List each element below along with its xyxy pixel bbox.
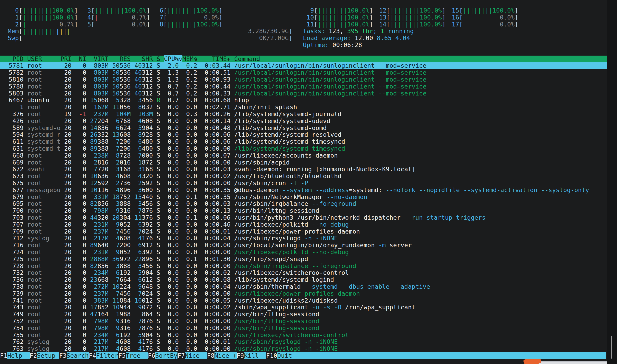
cpu-meter-2: 2[| 0.7%] [4, 21, 78, 28]
function-key-bar: F1Help F2Setup F3SearchF4FilterF5Tree F6… [0, 352, 606, 359]
fkey-sortby[interactable]: F6 [148, 352, 155, 359]
fkey-label-nice-[interactable]: Nice + [215, 352, 237, 359]
background-window-fragment [538, 361, 607, 364]
swap-meter: Swp[ 0K/2.00G] [4, 35, 292, 42]
process-row-728[interactable]: 728 root 20 0 82856 3888 3456 S 0.0 0.0 … [0, 263, 607, 270]
fkey-help[interactable]: F1 [0, 352, 7, 359]
process-row-673[interactable]: 673 root 20 0 10636 4608 4320 S 0.0 0.0 … [0, 173, 607, 180]
process-row-5810[interactable]: 5810 root 20 0 803M 50536 40312 S 1.3 0.… [0, 76, 607, 83]
fkey-search[interactable]: F3 [59, 352, 67, 359]
process-row-5781[interactable]: 5781 root 20 0 803M 50536 40312 S 2.0 0.… [0, 62, 607, 69]
fkey-tree[interactable]: F5 [118, 352, 126, 359]
cpu-meter-13: 13[||||||||100.0%] [375, 14, 446, 21]
cpu-meter-3: 3[||||||||100.0%] [76, 7, 150, 14]
cpu-meter-0: 0[||||||||100.0%] [4, 7, 78, 14]
process-row-700[interactable]: 700 root 20 0 798M 9316 7876 S 0.0 0.0 0… [0, 207, 607, 214]
process-row-669[interactable]: 669 root 20 0 2816 2016 1872 S 0.0 0.0 0… [0, 159, 607, 166]
process-row-755[interactable]: 755 root 20 0 234M 6192 5904 S 0.0 0.0 0… [0, 332, 607, 339]
cpu-meter-16: 16[ 0.0%] [448, 14, 518, 21]
process-row-738[interactable]: 738 root 20 0 272M 10224 9648 S 0.0 0.0 … [0, 283, 607, 290]
process-row-426[interactable]: 426 root 20 0 27204 6768 4608 S 0.0 0.0 … [0, 118, 607, 125]
process-row-716[interactable]: 716 root 20 0 89640 7200 6912 S 0.0 0.0 … [0, 242, 607, 249]
scrollbar-thumb[interactable] [611, 336, 612, 359]
fkey-label-kill[interactable]: Kill [244, 352, 266, 359]
cpu-meter-7: 7[ 0.0%] [149, 14, 223, 21]
tasks-summary: Tasks: 123, 395 thr; 1 running [303, 28, 414, 35]
process-row-6467[interactable]: 6467 ubuntu 20 0 15068 5328 3456 R 0.7 0… [0, 97, 607, 104]
process-row-5803[interactable]: 5803 root 20 0 803M 50536 40312 S 0.7 0.… [0, 90, 607, 97]
fkey-setup[interactable]: F2 [30, 352, 37, 359]
process-row-724[interactable]: 724 root 20 0 231M 9052 6392 S 0.0 0.0 0… [0, 249, 607, 256]
uptime: Uptime: 00:06:28 [303, 42, 362, 49]
cpu-meter-14: 14[||||||||100.0%] [375, 21, 446, 28]
cpu-meter-10: 10[||||||||100.0%] [303, 14, 373, 21]
cpu-meter-11: 11[||||||||100.0%] [303, 21, 373, 28]
process-row-739[interactable]: 739 root 20 0 237M 7456 7024 S 0.0 0.0 0… [0, 290, 607, 297]
fkey-label-filter[interactable]: Filter [96, 352, 118, 359]
fkey-label-search[interactable]: Search [67, 352, 89, 359]
fkey-label-setup[interactable]: Setup [37, 352, 59, 359]
process-row-677[interactable]: 677 messagebu 20 0 10116 4896 3600 S 0.0… [0, 187, 607, 194]
process-row-611[interactable]: 611 systemd-t 20 0 89388 7200 6480 S 0.0… [0, 138, 607, 145]
fkey-label-tree[interactable]: Tree [126, 352, 148, 359]
process-row-749[interactable]: 749 root 20 0 47164 1988 864 S 0.0 0.0 0… [0, 311, 607, 318]
process-row-707[interactable]: 707 root 20 0 231M 9052 6392 S 0.0 0.0 0… [0, 221, 607, 228]
sort-column-cpu[interactable]: CPU%▽ [164, 55, 182, 62]
process-row-752[interactable]: 752 root 20 0 798M 9316 7876 S 0.0 0.0 0… [0, 318, 607, 325]
fkey-kill[interactable]: F9 [237, 352, 244, 359]
process-row-376[interactable]: 376 root 19 -1 237M 104M 103M S 0.0 0.3 … [0, 111, 607, 118]
cpu-meter-12: 12[||||||||100.0%] [375, 7, 446, 14]
fkey-filter[interactable]: F4 [89, 352, 96, 359]
htop-terminal: 0[||||||||100.0%] 1[||||||||100.0%] 2[| … [0, 0, 617, 364]
process-row-1[interactable]: 1 root 20 0 162M 11056 8032 S 0.0 0.0 0:… [0, 104, 607, 111]
process-row-712[interactable]: 712 syslog 20 0 217M 4608 4176 S 0.0 0.0… [0, 235, 607, 242]
process-row-725[interactable]: 725 root 20 0 2888M 36972 22896 S 0.0 0.… [0, 256, 607, 263]
fkey-quit[interactable]: F10 [266, 352, 277, 359]
cpu-meter-5: 5[ 0.0%] [76, 21, 150, 28]
cpu-meter-6: 6[||||||||100.0%] [149, 7, 223, 14]
process-row-703[interactable]: 703 root 20 0 44320 20304 11376 S 0.0 0.… [0, 214, 607, 221]
process-row-695[interactable]: 695 root 20 0 82856 3888 3456 S 0.0 0.0 … [0, 200, 607, 207]
fkey-nice-[interactable]: F7 [178, 352, 185, 359]
cpu-meter-17: 17[ 0.0%] [448, 21, 518, 28]
process-row-5788[interactable]: 5788 root 20 0 803M 50536 40312 S 0.7 0.… [0, 83, 607, 90]
process-row-763[interactable]: 763 syslog 20 0 217M 4608 4176 S 0.0 0.0… [0, 345, 607, 352]
process-table-header[interactable]: PID USER PRI NI VIRT RES SHR S CPU%▽MEM%… [0, 56, 607, 63]
cpu-meter-4: 4[| 0.7%] [76, 14, 150, 21]
process-row-736[interactable]: 736 root 20 0 23668 7664 6612 S 0.0 0.0 … [0, 276, 607, 283]
process-row-675[interactable]: 675 root 20 0 12592 2736 2592 S 0.0 0.0 … [0, 180, 607, 187]
process-row-741[interactable]: 741 root 20 0 383M 11884 10012 S 0.0 0.0… [0, 297, 607, 304]
fkey-nice-[interactable]: F8 [207, 352, 215, 359]
process-row-732[interactable]: 732 root 20 0 234M 6192 5904 S 0.0 0.0 0… [0, 269, 607, 276]
fkey-label-nice-[interactable]: Nice - [185, 352, 207, 359]
fkey-label-quit[interactable]: Quit [277, 352, 300, 359]
process-row-754[interactable]: 754 root 20 0 798M 9316 7876 S 0.0 0.0 0… [0, 325, 607, 332]
fkey-label-sortby[interactable]: SortBy [155, 352, 178, 359]
terminal-right-gutter [607, 0, 617, 364]
fkey-label-help[interactable]: Help [7, 352, 30, 359]
load-average: Load average: 12.00 8.65 4.04 [303, 35, 410, 42]
cpu-meter-15: 15[||||||||100.0%] [448, 7, 518, 14]
process-row-631[interactable]: 631 systemd-t 20 0 89388 7200 6480 S 0.0… [0, 145, 607, 152]
process-row-672[interactable]: 672 avahi 20 0 7720 3168 3168 S 0.0 0.0 … [0, 166, 607, 173]
process-row-762[interactable]: 762 syslog 20 0 217M 4608 4176 S 0.0 0.0… [0, 338, 607, 345]
process-row-594[interactable]: 594 systemd-r 20 0 26332 13608 8928 S 0.… [0, 131, 607, 138]
process-row-589[interactable]: 589 systemd-o 20 0 14836 6624 5904 S 0.0… [0, 125, 607, 131]
process-row-743[interactable]: 743 root 20 0 17852 10944 9072 S 0.0 0.0… [0, 304, 607, 311]
process-row-5782[interactable]: 5782 root 20 0 803M 50536 40312 S 1.3 0.… [0, 69, 607, 76]
memory-meter: Mem[||||||||||||| 3.28G/30.9G] [4, 28, 292, 35]
process-row-668[interactable]: 668 root 20 0 238M 8728 7000 S 0.0 0.0 0… [0, 152, 607, 159]
cpu-meter-9: 9[||||||||100.0%] [303, 7, 373, 14]
cpu-meter-8: 8[||||||||100.0%] [149, 21, 223, 28]
process-row-679[interactable]: 679 root 20 0 331M 18752 15440 S 0.0 0.1… [0, 194, 607, 201]
cpu-meter-1: 1[||||||||100.0%] [4, 14, 78, 21]
process-row-709[interactable]: 709 root 20 0 237M 7456 7024 S 0.0 0.0 0… [0, 228, 607, 235]
